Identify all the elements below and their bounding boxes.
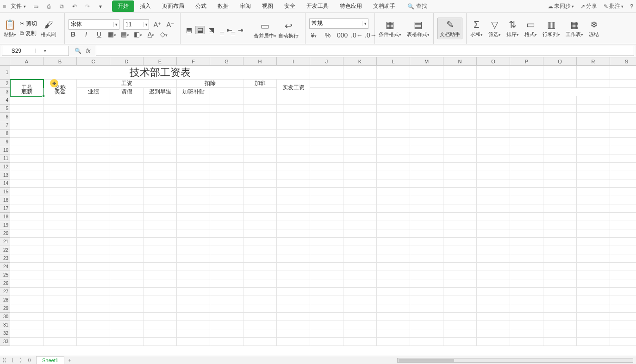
align-right-icon[interactable]: ≡ [206,29,216,37]
cell[interactable] [10,321,44,329]
cell[interactable] [277,213,310,221]
cell[interactable] [44,271,77,279]
cell[interactable] [310,329,343,338]
column-header[interactable]: H [243,57,277,66]
row-header[interactable]: 30 [0,313,10,321]
cell[interactable] [543,188,577,196]
cell[interactable] [577,329,610,338]
cell[interactable] [10,196,44,204]
cell[interactable] [243,196,277,204]
cell[interactable] [77,113,110,121]
column-header[interactable]: K [343,57,377,66]
cell[interactable] [343,213,377,221]
cond-format-button[interactable]: ▦ 条件格式▾ [379,19,401,38]
cell[interactable] [210,338,243,346]
cell[interactable] [210,321,243,329]
cell[interactable] [577,105,610,113]
name-box[interactable]: S29 ▾ [2,46,69,56]
cell[interactable] [543,196,577,204]
cell[interactable] [77,221,110,229]
cell[interactable] [377,179,410,188]
cell[interactable] [177,196,210,204]
cell[interactable] [377,154,410,163]
cell[interactable] [343,196,377,204]
row-header[interactable]: 22 [0,246,10,254]
cell[interactable] [277,329,310,338]
cell[interactable] [310,246,343,254]
fx-icon[interactable]: fx [86,48,90,54]
font-size-input[interactable] [124,21,143,28]
cell[interactable] [577,263,610,271]
cell[interactable] [243,313,277,321]
cell[interactable] [377,229,410,238]
cell[interactable] [543,238,577,246]
cell[interactable] [543,113,577,121]
cell[interactable] [277,105,310,113]
horizontal-scrollbar[interactable] [397,358,633,363]
cell[interactable] [343,304,377,313]
column-header[interactable]: F [177,57,210,66]
cell[interactable] [510,146,543,154]
cell[interactable] [377,204,410,213]
filter-button[interactable]: ▽ 筛选▾ [488,19,501,38]
cell[interactable] [543,296,577,304]
cell[interactable] [443,88,477,96]
row-header[interactable]: 19 [0,221,10,229]
cell[interactable] [443,113,477,121]
cell[interactable] [610,66,636,80]
cell[interactable] [377,113,410,121]
cell[interactable] [377,313,410,321]
row-header[interactable]: 13 [0,171,10,179]
cell[interactable] [410,304,443,313]
cell[interactable] [10,105,44,113]
cell[interactable] [10,263,44,271]
cell[interactable] [577,338,610,346]
cell[interactable] [610,246,636,254]
cell[interactable] [177,313,210,321]
cell[interactable] [343,188,377,196]
cell[interactable] [310,313,343,321]
cell[interactable] [243,213,277,221]
cell[interactable] [477,263,510,271]
cell[interactable] [610,313,636,321]
align-center-icon[interactable]: ≡ [195,29,205,37]
scrollbar-thumb[interactable] [399,359,454,362]
cell[interactable] [410,279,443,288]
cell[interactable] [10,179,44,188]
cell[interactable] [477,179,510,188]
cell[interactable] [610,304,636,313]
decrease-decimal-icon[interactable]: .0→ [365,31,374,39]
cell[interactable] [143,188,177,196]
cell[interactable] [543,213,577,221]
sync-status[interactable]: ☁ 未同步 ▾ [548,2,574,10]
cell[interactable] [443,304,477,313]
cell[interactable] [110,130,143,138]
cell[interactable] [510,105,543,113]
cell[interactable] [143,213,177,221]
cell[interactable] [177,113,210,121]
cell[interactable] [10,271,44,279]
cell[interactable] [44,121,77,130]
cell[interactable] [443,229,477,238]
cell[interactable] [377,238,410,246]
cell[interactable] [377,329,410,338]
cell[interactable] [543,204,577,213]
cell[interactable] [543,80,577,88]
cell[interactable] [177,146,210,154]
cell[interactable] [10,154,44,163]
cell[interactable] [177,304,210,313]
cell[interactable] [143,329,177,338]
column-header[interactable]: B [44,57,77,66]
worksheet-button[interactable]: ▦ 工作表▾ [566,19,583,38]
italic-button[interactable]: I [81,31,91,38]
cell[interactable] [410,188,443,196]
cell[interactable] [577,130,610,138]
cell[interactable] [577,254,610,263]
cell[interactable] [577,204,610,213]
cell[interactable] [310,146,343,154]
row-header[interactable]: 8 [0,130,10,138]
cell[interactable] [543,254,577,263]
cell[interactable] [210,121,243,130]
cell[interactable] [477,313,510,321]
cell[interactable] [44,154,77,163]
